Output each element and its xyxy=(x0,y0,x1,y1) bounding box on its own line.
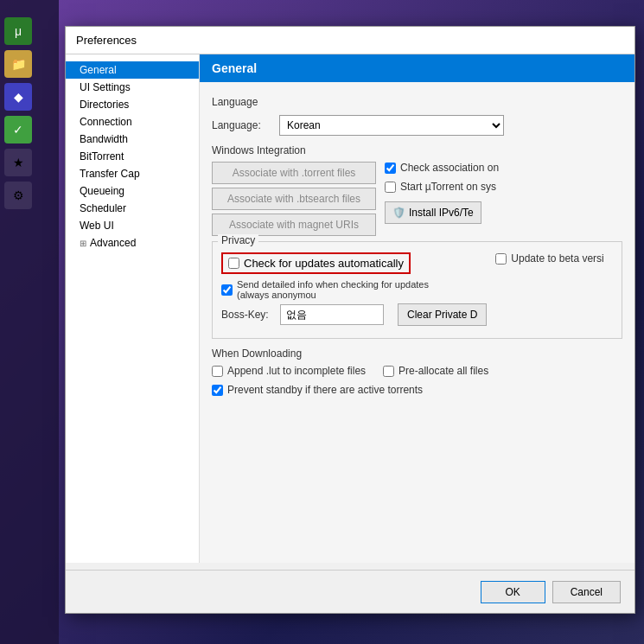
sidebar-item-bittorrent[interactable]: BitTorrent xyxy=(66,148,199,165)
sidebar-item-connection[interactable]: Connection xyxy=(66,113,199,131)
start-utorrent-label: Start µTorrent on sys xyxy=(400,181,496,193)
start-utorrent-row: Start µTorrent on sys xyxy=(385,181,499,193)
prevent-standby-label: Prevent standby if there are active torr… xyxy=(227,384,423,396)
taskbar-icon-green: ✓ xyxy=(4,116,32,143)
pre-allocate-checkbox[interactable] xyxy=(383,366,394,377)
cancel-button[interactable]: Cancel xyxy=(552,581,621,603)
sidebar-item-transfer-cap[interactable]: Transfer Cap xyxy=(66,165,199,182)
install-ipv6-button[interactable]: 🛡️Install IPv6/Te xyxy=(385,201,481,224)
sidebar: General UI Settings Directories Connecti… xyxy=(66,54,200,563)
pre-allocate-label: Pre-allocate all files xyxy=(399,365,488,377)
privacy-section: Privacy Check for updates automatically … xyxy=(212,241,622,339)
prevent-standby-row: Prevent standby if there are active torr… xyxy=(212,384,622,396)
append-lut-label: Append .lut to incomplete files xyxy=(227,365,366,377)
send-info-row: Send detailed info when checking for upd… xyxy=(221,279,463,300)
boss-key-row: Boss-Key: Clear Private D xyxy=(221,303,487,326)
dialog-body: General UI Settings Directories Connecti… xyxy=(66,54,634,563)
boss-key-input[interactable] xyxy=(280,304,384,325)
sidebar-item-bandwidth[interactable]: Bandwidth xyxy=(66,131,199,148)
update-beta-label: Update to beta versi xyxy=(511,252,603,265)
language-select-wrapper: Korean xyxy=(279,115,504,136)
check-association-row: Check association on xyxy=(385,162,499,174)
prevent-standby-checkbox[interactable] xyxy=(212,385,223,396)
language-group-label: Language xyxy=(212,96,622,108)
append-lut-row: Append .lut to incomplete files xyxy=(212,365,366,377)
update-beta-checkbox[interactable] xyxy=(495,253,507,265)
sidebar-item-general[interactable]: General xyxy=(66,61,199,79)
language-label: Language: xyxy=(212,119,272,131)
language-select[interactable]: Korean xyxy=(279,115,504,136)
sidebar-item-scheduler[interactable]: Scheduler xyxy=(66,200,199,217)
append-lut-checkbox[interactable] xyxy=(212,366,223,377)
check-updates-highlight: Check for updates automatically xyxy=(221,252,411,274)
sidebar-item-queueing[interactable]: Queueing xyxy=(66,182,199,200)
section-header: General xyxy=(200,54,634,82)
ok-button[interactable]: OK xyxy=(481,581,545,603)
taskbar-icon-blue: ◆ xyxy=(4,83,32,111)
clear-private-button[interactable]: Clear Private D xyxy=(398,303,487,326)
expand-icon: ⊞ xyxy=(80,239,86,248)
dialog-footer: OK Cancel xyxy=(66,570,634,613)
btn-associate-btsearch[interactable]: Associate with .btsearch files xyxy=(212,188,376,210)
sidebar-item-ui-settings[interactable]: UI Settings xyxy=(66,79,199,96)
boss-key-label: Boss-Key: xyxy=(221,309,273,321)
dialog-titlebar: Preferences xyxy=(66,27,634,54)
taskbar-icon-folder: 📁 xyxy=(4,50,32,78)
start-utorrent-checkbox[interactable] xyxy=(385,182,396,193)
sidebar-item-web-ui[interactable]: Web UI xyxy=(66,217,199,234)
send-info-label: Send detailed info when checking for upd… xyxy=(237,279,463,300)
content-area: Language Language: Korean Windows Integr… xyxy=(200,82,634,410)
pre-allocate-row: Pre-allocate all files xyxy=(383,365,488,377)
check-association-label: Check association on xyxy=(400,162,499,174)
taskbar-icon-utorrent: μ xyxy=(4,17,32,45)
privacy-label: Privacy xyxy=(218,234,258,246)
taskbar-icon-gear: ⚙ xyxy=(4,182,32,209)
preferences-dialog: Preferences General UI Settings Director… xyxy=(65,26,635,614)
language-row: Language: Korean xyxy=(212,115,622,136)
windows-integration-label: Windows Integration xyxy=(212,144,622,156)
btn-associate-magnet[interactable]: Associate with magnet URIs xyxy=(212,214,376,236)
sidebar-item-directories[interactable]: Directories xyxy=(66,96,199,113)
check-association-checkbox[interactable] xyxy=(385,163,396,174)
check-updates-checkbox[interactable] xyxy=(228,258,239,269)
send-info-checkbox[interactable] xyxy=(221,284,233,296)
btn-associate-torrent[interactable]: Associate with .torrent files xyxy=(212,162,376,184)
taskbar-icon-star: ★ xyxy=(4,149,32,176)
sidebar-item-advanced[interactable]: ⊞ Advanced xyxy=(66,234,199,252)
taskbar-icons: μ 📁 ◆ ✓ ★ ⚙ xyxy=(4,17,32,209)
check-updates-label: Check for updates automatically xyxy=(244,257,404,270)
taskbar-side: μ 📁 ◆ ✓ ★ ⚙ xyxy=(0,0,59,644)
update-beta-row: Update to beta versi xyxy=(495,252,603,265)
dialog-title: Preferences xyxy=(76,34,137,47)
when-downloading-label: When Downloading xyxy=(212,348,622,360)
desktop: { "dialog": { "title": "Preferences", "o… xyxy=(0,0,644,644)
main-content: General Language Language: Korean Window… xyxy=(200,54,634,563)
install-ipv6-label: Install IPv6/Te xyxy=(409,207,474,219)
